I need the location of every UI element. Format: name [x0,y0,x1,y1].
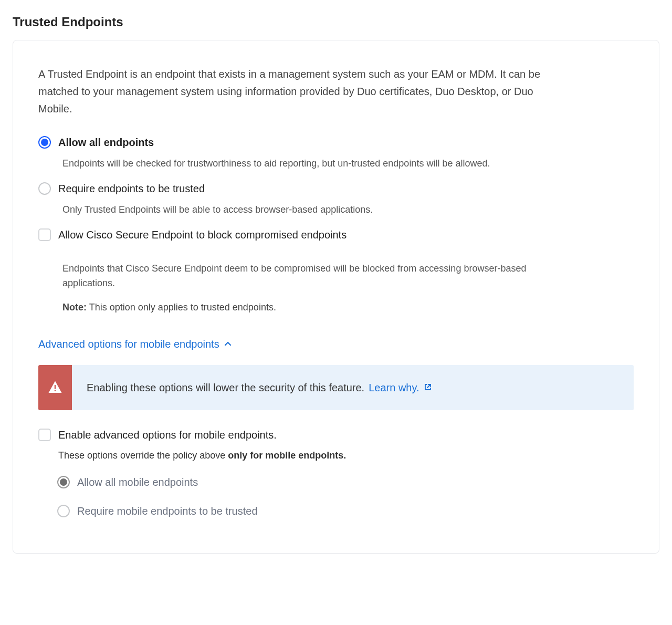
trusted-endpoints-panel: A Trusted Endpoint is an endpoint that e… [13,40,659,554]
option-cisco-block-label: Allow Cisco Secure Endpoint to block com… [58,227,346,243]
svg-rect-0 [55,385,56,389]
option-enable-advanced[interactable]: Enable advanced options for mobile endpo… [38,427,634,445]
external-link-icon [424,380,432,395]
option-allow-all[interactable]: Allow all endpoints [38,134,634,153]
radio-allow-all[interactable] [38,136,51,149]
option-enable-advanced-label: Enable advanced options for mobile endpo… [58,427,277,443]
option-require-trusted-label: Require endpoints to be trusted [58,181,205,196]
radio-mobile-require-trusted[interactable] [57,505,70,517]
option-mobile-require-trusted-label: Require mobile endpoints to be trusted [77,503,258,519]
chevron-up-icon [224,337,232,352]
option-cisco-block[interactable]: Allow Cisco Secure Endpoint to block com… [38,227,634,245]
page-title: Trusted Endpoints [13,13,659,32]
option-allow-all-label: Allow all endpoints [58,134,154,150]
checkbox-enable-advanced[interactable] [38,429,51,441]
option-mobile-allow-all[interactable]: Allow all mobile endpoints [57,474,634,493]
advanced-options-label: Advanced options for mobile endpoints [38,336,219,352]
option-enable-advanced-desc: These options override the policy above … [58,449,634,463]
alert-text: Enabling these options will lower the se… [87,380,364,395]
option-cisco-block-note: Note: This option only applies to truste… [62,300,634,315]
radio-mobile-allow-all[interactable] [57,476,70,488]
checkbox-cisco-block[interactable] [38,228,51,241]
intro-text: A Trusted Endpoint is an endpoint that e… [38,66,563,118]
option-require-trusted-desc: Only Trusted Endpoints will be able to a… [62,202,577,217]
option-cisco-block-desc: Endpoints that Cisco Secure Endpoint dee… [62,261,577,291]
security-warning-alert: Enabling these options will lower the se… [38,365,634,410]
warning-icon [38,365,72,410]
learn-why-link[interactable]: Learn why. [369,380,432,395]
radio-require-trusted[interactable] [38,182,51,195]
svg-rect-1 [55,390,56,392]
advanced-options-toggle[interactable]: Advanced options for mobile endpoints [38,336,634,352]
option-allow-all-desc: Endpoints will be checked for trustworth… [62,156,577,171]
mobile-endpoint-options: Allow all mobile endpoints Require mobil… [57,474,634,522]
option-mobile-require-trusted[interactable]: Require mobile endpoints to be trusted [57,503,634,522]
option-require-trusted[interactable]: Require endpoints to be trusted [38,181,634,199]
option-mobile-allow-all-label: Allow all mobile endpoints [77,474,198,490]
